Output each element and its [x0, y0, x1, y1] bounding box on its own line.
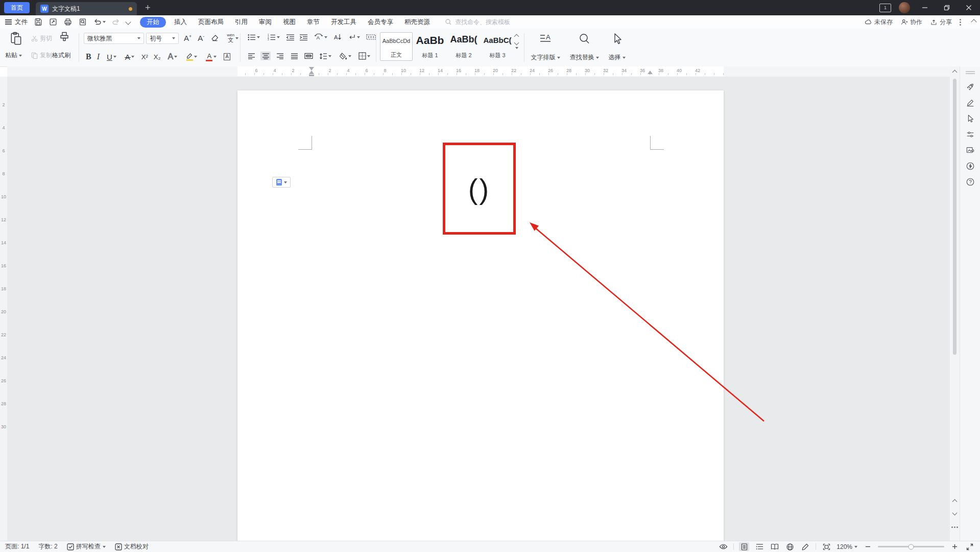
text-direction-button[interactable]: A [313, 32, 329, 42]
spell-check-toggle[interactable]: 拼写检查 [67, 542, 106, 551]
scrollbar-thumb[interactable] [953, 79, 957, 355]
fit-page-button[interactable] [821, 542, 831, 551]
format-painter-button[interactable] [53, 31, 76, 45]
outline-view-button[interactable] [754, 542, 764, 551]
subscript-button[interactable]: X₂ [154, 53, 161, 61]
zoom-level-dropdown[interactable]: 120% [836, 543, 857, 550]
paste-options-button[interactable] [272, 177, 291, 188]
style-heading3[interactable]: AaBbC( 标题 3 [481, 32, 514, 61]
eye-protection-button[interactable] [718, 542, 728, 551]
increase-indent-button[interactable] [299, 34, 308, 41]
file-menu[interactable]: 文件 [5, 18, 28, 27]
shading-button[interactable] [337, 51, 353, 61]
tab-insert[interactable]: 插入 [169, 18, 193, 27]
user-avatar[interactable] [899, 2, 910, 13]
print-button[interactable] [63, 17, 73, 27]
style-heading1[interactable]: AaBb 标题 1 [414, 32, 446, 61]
find-replace-button[interactable]: 查找替换 [567, 32, 602, 62]
zoom-out-button[interactable] [863, 542, 873, 551]
style-normal[interactable]: AaBbCcDd 正文 [380, 32, 413, 61]
zoom-in-button[interactable] [949, 542, 960, 551]
proofread-button[interactable]: 文档校对 [115, 542, 149, 551]
restore-button[interactable] [940, 2, 954, 13]
align-right-button[interactable] [275, 52, 285, 60]
right-indent-marker[interactable] [648, 71, 653, 74]
underline-button[interactable]: U [105, 52, 118, 62]
image-tools-icon[interactable] [965, 145, 975, 155]
tab-page-layout[interactable]: 页面布局 [193, 18, 229, 27]
italic-button[interactable]: I [97, 52, 100, 61]
scroll-up-button[interactable] [950, 67, 960, 77]
zoom-slider[interactable] [878, 546, 944, 547]
command-search[interactable]: 查找命令、搜索模板 [445, 18, 510, 27]
undo-caret-icon[interactable] [103, 21, 106, 23]
web-view-button[interactable] [785, 542, 795, 551]
properties-sliders-icon[interactable] [965, 129, 975, 140]
select-button[interactable]: 选择 [604, 32, 630, 62]
sort-button[interactable]: A [333, 33, 342, 41]
save-button[interactable] [34, 17, 43, 27]
superscript-button[interactable]: X² [141, 53, 148, 61]
minimize-button[interactable] [918, 2, 932, 13]
paste-dropdown[interactable]: 粘贴 [5, 51, 22, 60]
help-icon[interactable] [965, 177, 975, 187]
pinyin-guide-button[interactable]: wén文 [225, 32, 240, 44]
increase-font-button[interactable]: A+ [184, 34, 192, 42]
document-page[interactable]: () [237, 90, 724, 541]
text-layout-button[interactable]: A 文字排版 [528, 32, 563, 62]
zoom-slider-knob[interactable] [909, 544, 914, 549]
tab-member[interactable]: 会员专享 [362, 18, 399, 27]
tab-section[interactable]: 章节 [301, 18, 325, 27]
share-button[interactable]: 分享 [930, 18, 952, 27]
justify-button[interactable] [289, 52, 299, 60]
tab-review[interactable]: 审阅 [253, 18, 277, 27]
style-gallery-down[interactable] [514, 40, 519, 45]
signature-pen-icon[interactable] [965, 98, 975, 108]
tab-references[interactable]: 引用 [229, 18, 253, 27]
next-page-button[interactable] [950, 508, 960, 517]
home-tab[interactable]: 首页 [4, 2, 30, 13]
paste-button[interactable] [5, 32, 28, 46]
bullet-list-button[interactable] [246, 33, 261, 42]
first-line-indent-marker[interactable] [309, 67, 314, 71]
new-tab-button[interactable]: + [145, 3, 151, 12]
page-view-button[interactable] [739, 542, 749, 551]
collaborate-button[interactable]: 协作 [900, 18, 922, 27]
borders-button[interactable] [357, 51, 372, 61]
scrollbar-more-button[interactable] [950, 522, 960, 532]
style-gallery-more[interactable] [515, 47, 518, 49]
ink-mode-button[interactable] [800, 542, 810, 551]
clear-format-button[interactable] [210, 34, 219, 42]
select-tool-icon[interactable] [965, 113, 975, 124]
vertical-scrollbar[interactable] [950, 66, 960, 541]
numbered-list-button[interactable]: 123 [266, 33, 281, 42]
hanging-indent-marker[interactable] [309, 71, 314, 74]
tab-dev-tools[interactable]: 开发工具 [325, 18, 362, 27]
more-options-icon[interactable] [960, 21, 961, 23]
word-count[interactable]: 字数: 2 [38, 542, 57, 551]
format-painter-label[interactable]: 格式刷 [52, 51, 70, 60]
line-spacing-button[interactable] [318, 52, 333, 61]
highlight-button[interactable] [184, 52, 199, 62]
character-border-button[interactable]: A [224, 53, 230, 60]
bold-button[interactable]: B [86, 52, 91, 61]
tab-view[interactable]: 视图 [277, 18, 301, 27]
save-status[interactable]: 未保存 [864, 18, 893, 27]
horizontal-ruler[interactable]: 6422468101214161820222426283032343638404… [7, 66, 950, 77]
close-button[interactable] [962, 2, 976, 13]
document-text[interactable]: () [468, 172, 490, 205]
quick-tools-icon[interactable] [965, 161, 975, 171]
style-gallery-up[interactable] [514, 34, 519, 39]
font-size-select[interactable]: 初号 [146, 33, 179, 44]
collapse-ribbon-icon[interactable] [971, 19, 976, 25]
more-commands-button[interactable] [126, 20, 130, 24]
sidebar-drag-handle[interactable] [966, 71, 975, 72]
align-left-button[interactable] [246, 52, 256, 60]
text-effects-button[interactable]: A [166, 51, 179, 62]
wps-ai-rocket-icon[interactable] [965, 82, 975, 92]
document-tab[interactable]: W 文字文稿1 [36, 2, 137, 15]
print-preview-button[interactable] [78, 17, 87, 27]
export-pdf-button[interactable] [49, 17, 58, 27]
style-heading2[interactable]: AaBb( 标题 2 [447, 32, 480, 61]
vertical-ruler[interactable]: 24681012141618202224262830 [0, 77, 7, 541]
